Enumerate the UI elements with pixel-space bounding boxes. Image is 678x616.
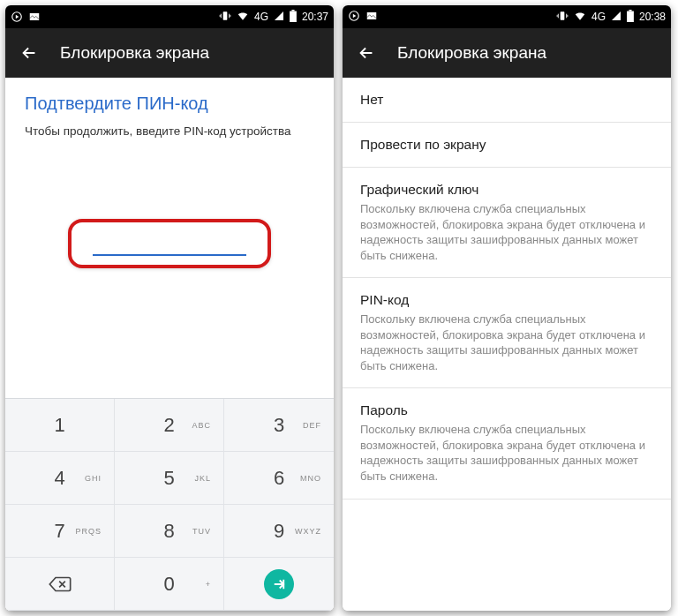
back-arrow-icon[interactable] xyxy=(19,43,39,63)
key-3[interactable]: 3DEF xyxy=(224,399,334,452)
key-6[interactable]: 6MNO xyxy=(224,452,334,505)
vibrate-icon xyxy=(556,10,569,25)
signal-icon xyxy=(611,11,622,24)
key-0[interactable]: 0+ xyxy=(115,558,224,611)
svg-rect-3 xyxy=(290,11,297,21)
option-pin[interactable]: PIN-код Поскольку включена служба специа… xyxy=(343,278,671,388)
option-title: Провести по экрану xyxy=(360,137,653,153)
option-none[interactable]: Нет xyxy=(343,78,671,123)
clock: 20:38 xyxy=(639,11,666,23)
wifi-icon xyxy=(237,10,249,25)
screen-title: Блокировка экрана xyxy=(60,43,209,63)
lock-options-list: Нет Провести по экрану Графический ключ … xyxy=(343,78,671,611)
svg-rect-9 xyxy=(629,10,631,11)
battery-icon xyxy=(290,10,297,25)
gallery-icon xyxy=(28,11,41,23)
phone-right: 4G 20:38 Блокировка экрана Нет Провести … xyxy=(343,5,671,611)
key-4[interactable]: 4GHI xyxy=(5,452,115,505)
pin-input-callout xyxy=(68,219,271,268)
key-submit[interactable] xyxy=(224,558,334,611)
battery-icon xyxy=(627,10,634,25)
option-title: Нет xyxy=(360,92,653,108)
key-backspace[interactable] xyxy=(5,558,115,611)
app-bar: Блокировка экрана xyxy=(5,28,334,78)
option-title: Пароль xyxy=(360,402,653,418)
svg-rect-8 xyxy=(627,11,634,21)
option-swipe[interactable]: Провести по экрану xyxy=(343,123,671,168)
option-title: PIN-код xyxy=(360,292,653,308)
option-subtitle: Поскольку включена служба специальных во… xyxy=(360,422,653,484)
key-1[interactable]: 1 xyxy=(5,399,115,452)
option-subtitle: Поскольку включена служба специальных во… xyxy=(360,201,653,263)
option-pattern[interactable]: Графический ключ Поскольку включена служ… xyxy=(343,168,671,278)
submit-icon xyxy=(264,569,294,599)
network-label: 4G xyxy=(591,11,606,23)
gallery-icon xyxy=(365,10,378,25)
play-circle-icon xyxy=(11,11,23,23)
signal-icon xyxy=(274,11,284,24)
app-bar: Блокировка экрана xyxy=(343,28,671,78)
key-9[interactable]: 9WXYZ xyxy=(224,505,334,558)
key-7[interactable]: 7PRQS xyxy=(5,505,115,558)
numeric-keypad: 1 2ABC 3DEF 4GHI 5JKL 6MNO 7PRQS 8TUV 9W… xyxy=(5,398,334,611)
svg-rect-7 xyxy=(561,11,565,19)
network-label: 4G xyxy=(254,11,268,23)
wifi-icon xyxy=(574,10,586,25)
key-8[interactable]: 8TUV xyxy=(115,505,224,558)
key-5[interactable]: 5JKL xyxy=(115,452,224,505)
confirm-heading: Подтвердите ПИН-код xyxy=(25,94,314,114)
option-password[interactable]: Пароль Поскольку включена служба специал… xyxy=(343,388,671,499)
status-bar: 4G 20:37 xyxy=(5,5,334,28)
pin-input[interactable] xyxy=(93,235,246,256)
option-subtitle: Поскольку включена служба специальных во… xyxy=(360,312,653,373)
back-arrow-icon[interactable] xyxy=(357,43,376,63)
clock: 20:37 xyxy=(302,11,328,23)
screen-title: Блокировка экрана xyxy=(397,43,546,63)
key-2[interactable]: 2ABC xyxy=(115,399,224,452)
vibrate-icon xyxy=(219,10,231,25)
phone-left: 4G 20:37 Блокировка экрана Подтвердите П… xyxy=(5,5,334,611)
svg-rect-4 xyxy=(291,10,294,11)
svg-rect-2 xyxy=(223,11,228,19)
play-circle-icon xyxy=(348,10,360,25)
option-title: Графический ключ xyxy=(360,182,653,198)
status-bar: 4G 20:38 xyxy=(343,5,671,28)
confirm-subtext: Чтобы продолжить, введите PIN-код устрой… xyxy=(25,124,314,138)
